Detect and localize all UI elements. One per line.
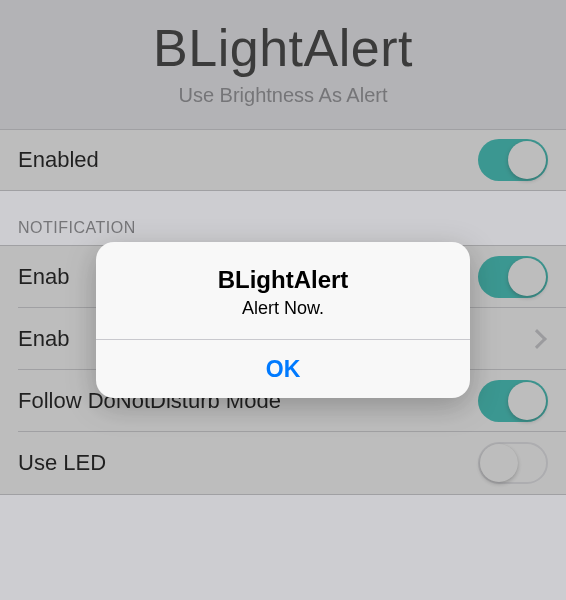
modal-overlay: BLightAlert Alert Now. OK [0, 0, 566, 600]
alert-body: BLightAlert Alert Now. [96, 242, 470, 339]
alert-dialog: BLightAlert Alert Now. OK [96, 242, 470, 398]
alert-title: BLightAlert [116, 266, 450, 294]
alert-ok-button[interactable]: OK [96, 340, 470, 398]
alert-message: Alert Now. [116, 298, 450, 319]
